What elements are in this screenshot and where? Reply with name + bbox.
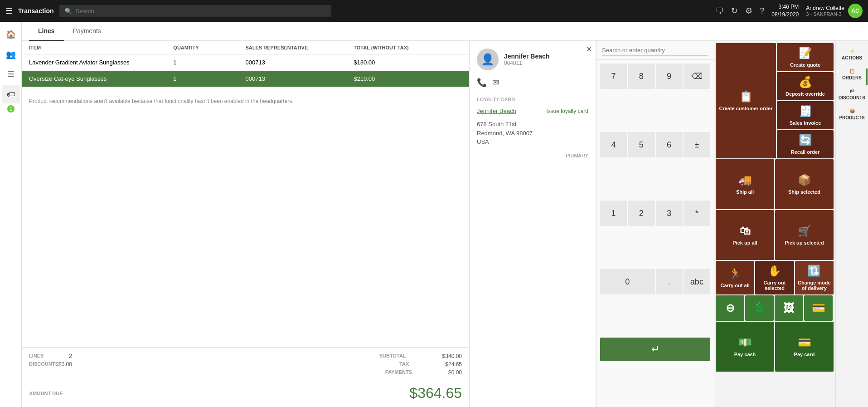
ship-selected-button[interactable]: 📦 Ship selected: [775, 159, 834, 209]
carry-out-all-button[interactable]: 🏃 Carry out all: [716, 261, 754, 294]
numpad-8[interactable]: 8: [628, 64, 655, 89]
search-input[interactable]: [76, 8, 326, 15]
numpad-2[interactable]: 2: [628, 201, 655, 226]
topbar: ☰ Transaction 🔍 🗨 ↻ ⚙ ? 3:46 PM 08/19/20…: [0, 0, 868, 22]
user-name: Andrew Collette: [806, 5, 844, 11]
tiles-row-1: 📋 Create customer order 📝 Create quote 💰…: [716, 43, 834, 158]
numpad-1[interactable]: 1: [600, 201, 627, 226]
pick-up-all-button[interactable]: 🛍 Pick up all: [716, 210, 774, 260]
close-icon[interactable]: ✕: [586, 45, 592, 54]
numpad-4[interactable]: 4: [600, 132, 627, 157]
content-area: Lines Payments ITEM QUANTITY SALES REPRE…: [22, 22, 868, 407]
issue-loyalty-link[interactable]: Issue loyalty card: [546, 108, 588, 114]
notice-text: Product recommendations aren't available…: [22, 87, 469, 115]
numpad-grid: 7 8 9 ⌫ 4 5 6 ± 1 2 3 * 0 . abc ↵: [596, 60, 714, 407]
numpad-search-input[interactable]: [602, 45, 708, 56]
carry-out-selected-button[interactable]: ✋ Carry out selected: [755, 261, 794, 294]
numpad-7[interactable]: 7: [600, 64, 627, 89]
search-icon: 🔍: [65, 8, 72, 15]
subtotal-label: SUBTOTAL: [379, 353, 406, 359]
tab-payments[interactable]: Payments: [64, 22, 110, 41]
recall-order-button[interactable]: 🔄 Recall order: [777, 130, 834, 158]
numpad-multiply[interactable]: *: [684, 201, 710, 226]
actions-panel: 📋 Create customer order 📝 Create quote 💰…: [714, 41, 868, 407]
sidebar: 🏠 👥 ☰ 🏷 2: [0, 22, 22, 407]
numpad-5[interactable]: 5: [628, 132, 655, 157]
refresh-icon[interactable]: ↻: [731, 6, 738, 16]
transaction-area: ITEM QUANTITY SALES REPRESENTATIVE TOTAL…: [22, 41, 868, 407]
create-quote-button[interactable]: 📝 Create quote: [777, 43, 834, 71]
discounts-icon: 🏷: [850, 88, 854, 93]
discounts-sidebar-item[interactable]: 🏷 DISCOUNTS: [837, 85, 868, 104]
email-icon[interactable]: ✉: [492, 78, 499, 88]
app-title: Transaction: [18, 7, 54, 15]
search-bar[interactable]: 🔍: [59, 5, 331, 17]
hamburger-icon[interactable]: ☰: [5, 6, 13, 16]
item-total: $210.00: [354, 75, 462, 82]
table-row[interactable]: Oversize Cat-eye Sunglasses 1 000713 $21…: [22, 71, 469, 87]
chat-icon[interactable]: 🗨: [716, 6, 724, 16]
recall-order-icon: 🔄: [799, 134, 812, 147]
create-customer-order-button[interactable]: 📋 Create customer order: [716, 43, 776, 158]
customer-info: Jennifer Beach 004011: [504, 53, 549, 66]
numpad-backspace[interactable]: ⌫: [684, 64, 710, 89]
actions-icon: ⚡: [849, 49, 855, 54]
numpad-abc[interactable]: abc: [684, 269, 710, 294]
topbar-icons: 🗨 ↻ ⚙ ? 3:46 PM 08/19/2020 Andrew Collet…: [716, 3, 863, 19]
amount-due-value: $364.65: [409, 385, 462, 402]
numpad-9[interactable]: 9: [656, 64, 683, 89]
numpad-3[interactable]: 3: [656, 201, 683, 226]
change-delivery-icon: 🔃: [807, 265, 821, 277]
sidebar-item-home[interactable]: 🏠: [2, 25, 20, 44]
sales-invoice-icon: 🧾: [799, 105, 812, 118]
numpad-panel: 7 8 9 ⌫ 4 5 6 ± 1 2 3 * 0 . abc ↵: [596, 41, 714, 407]
ship-all-button[interactable]: 🚚 Ship all: [716, 159, 774, 209]
loyalty-name[interactable]: Jennifer Beach: [477, 108, 516, 114]
orders-sidebar-item[interactable]: 📋 ORDERS: [837, 65, 868, 84]
icon-tile-3[interactable]: 🖼: [775, 295, 803, 321]
products-sidebar-item[interactable]: 📦 PRODUCTS: [837, 105, 868, 124]
sidebar-item-menu[interactable]: ☰: [2, 65, 20, 83]
numpad-plusminus[interactable]: ±: [684, 132, 710, 157]
phone-icon[interactable]: 📞: [477, 78, 487, 88]
settings-icon[interactable]: ⚙: [745, 6, 752, 16]
icon-tile-2[interactable]: 💲: [745, 295, 774, 321]
sidebar-item-team[interactable]: 👥: [2, 45, 20, 64]
numpad-enter[interactable]: ↵: [600, 338, 710, 361]
numpad-0[interactable]: 0: [600, 269, 655, 294]
numpad-dot[interactable]: .: [656, 269, 683, 294]
lines-header: ITEM QUANTITY SALES REPRESENTATIVE TOTAL…: [22, 41, 469, 54]
deposit-override-button[interactable]: 💰 Deposit override: [777, 72, 834, 100]
col-item: ITEM: [29, 45, 173, 50]
sales-invoice-button[interactable]: 🧾 Sales invoice: [777, 101, 834, 129]
icon-tile-1[interactable]: ⊖: [716, 295, 744, 321]
customer-panel: ✕ 👤 Jennifer Beach 004011 📞 ✉ LOYALTY CA…: [469, 41, 596, 407]
orders-label: ORDERS: [842, 75, 862, 80]
change-mode-of-delivery-button[interactable]: 🔃 Change mode of delivery: [795, 261, 834, 294]
item-name: Oversize Cat-eye Sunglasses: [29, 75, 173, 82]
store-info: 3 - SANFRAN-3: [806, 11, 844, 17]
tab-lines[interactable]: Lines: [29, 22, 64, 41]
pay-cash-button[interactable]: 💵 Pay cash: [716, 322, 774, 372]
customer-contact-icons: 📞 ✉: [470, 78, 596, 93]
help-icon[interactable]: ?: [760, 6, 764, 16]
pay-card-button[interactable]: 💳 Pay card: [775, 322, 834, 372]
col-sales-rep: SALES REPRESENTATIVE: [246, 45, 354, 50]
payments-value: $0.00: [448, 369, 462, 376]
item-name: Lavender Gradient Aviator Sunglasses: [29, 59, 173, 66]
pick-up-selected-button[interactable]: 🛒 Pick up selected: [775, 210, 834, 260]
numpad-6[interactable]: 6: [656, 132, 683, 157]
ship-selected-icon: 📦: [798, 174, 811, 186]
icon-tile-4[interactable]: 💳: [804, 295, 833, 321]
amount-due-row: AMOUNT DUE $364.65: [29, 381, 462, 402]
create-customer-order-icon: 📋: [739, 90, 753, 103]
item-quantity: 1: [173, 75, 245, 82]
actions-sidebar-item[interactable]: ⚡ ACTIONS: [837, 45, 868, 64]
avatar[interactable]: AC: [848, 4, 863, 18]
orders-active-bar: [866, 69, 868, 85]
create-quote-icon: 📝: [799, 47, 812, 59]
tiles-row-3: 🛍 Pick up all 🛒 Pick up selected: [716, 210, 834, 260]
table-row[interactable]: Lavender Gradient Aviator Sunglasses 1 0…: [22, 54, 469, 71]
sidebar-item-pos[interactable]: 🏷: [2, 85, 20, 103]
amount-due-label: AMOUNT DUE: [29, 391, 63, 396]
